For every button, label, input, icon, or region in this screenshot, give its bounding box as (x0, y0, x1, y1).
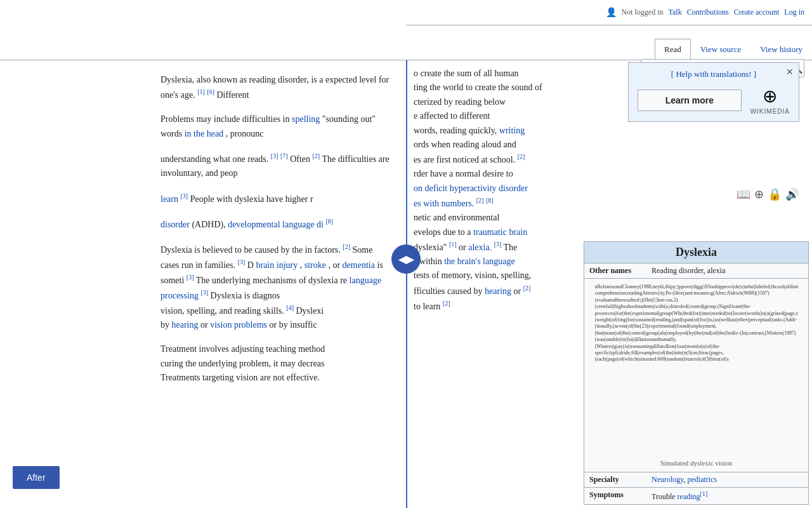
not-logged-in-text: Not logged in (622, 8, 664, 17)
infobox-other-names-row: Other names Reading disorder, alexia (584, 263, 808, 278)
learn-link[interactable]: learn (160, 194, 178, 203)
infobox-specialty-row: Specialty Neurology, pediatrics (584, 472, 808, 487)
lock-icon[interactable]: 🔒 (768, 187, 782, 201)
dementia-link[interactable]: dementia (343, 260, 375, 269)
close-banner-button[interactable]: ✕ (786, 67, 794, 77)
infobox: Dyslexia Other names Reading disorder, a… (584, 241, 809, 505)
infobox-symptoms-row: Symptoms Trouble reading[1] (584, 487, 808, 504)
help-banner: ✕ [ Help with translations! ] Learn more… (628, 62, 799, 122)
adhd-link[interactable]: on deficit hyperactivity disorder (414, 184, 528, 193)
help-banner-content: Learn more ⊕ WIKIMEDIA (638, 86, 790, 115)
writing-link[interactable]: writing (499, 126, 525, 135)
hearing-link[interactable]: hearing (172, 320, 199, 330)
symptoms-value: Trouble reading[1] (652, 490, 803, 502)
after-button[interactable]: After (13, 466, 60, 489)
top-bar: 👤 Not logged in Talk Contributions Creat… (406, 0, 812, 25)
brain-injury-link[interactable]: brain injury (256, 260, 298, 269)
divider-line (406, 60, 407, 508)
spelling-link[interactable]: spelling (292, 114, 320, 124)
para-7: Treatment involves adjusting teaching me… (160, 342, 393, 385)
brains-language-link[interactable]: the brain's language (444, 257, 514, 266)
para-2: Problems may include difficulties in spe… (160, 112, 393, 141)
learn-more-button[interactable]: Learn more (638, 90, 742, 111)
infobox-image-caption: Simulated dyslexic vision (660, 459, 733, 467)
tab-bar: Read View source View history 🔍 (0, 25, 812, 60)
infobox-image: nReloniseandClonney(1988,neyhi,thipy;)pp… (584, 278, 808, 472)
other-names-value: Reading disorder, alexia (652, 266, 803, 276)
plus-circle-icon[interactable]: ⊕ (754, 187, 764, 201)
log-in-link[interactable]: Log in (784, 8, 804, 17)
reading-link[interactable]: reading (678, 492, 700, 501)
specialty-value: Neurology, pediatrics (652, 475, 803, 485)
in-the-head-link[interactable]: in the head (185, 129, 223, 138)
numbers-link[interactable]: es with numbers. (414, 199, 474, 208)
traumatic-brain-link[interactable]: traumatic brain (473, 227, 527, 237)
create-account-link[interactable]: Create account (734, 8, 780, 17)
contributions-link[interactable]: Contributions (687, 8, 729, 17)
para-1: Dyslexia, also known as reading disorder… (160, 73, 393, 102)
left-content-pane: Dyslexia, also known as reading disorder… (0, 60, 406, 508)
help-banner-title: [ Help with translations! ] (638, 69, 790, 79)
dev-lang-link[interactable]: developmental language di (228, 219, 324, 229)
disorder-link[interactable]: disorder (160, 219, 190, 229)
other-names-label: Other names (589, 266, 646, 276)
vision-problems-link[interactable]: vision problems (210, 320, 267, 330)
stroke-link[interactable]: stroke (304, 260, 326, 269)
right-para-4: ords when reading aloud and es are first… (414, 138, 756, 211)
dyslexic-vision-image: nReloniseandClonney(1988,neyhi,thipy;)pp… (595, 284, 798, 455)
user-icon: 👤 (606, 7, 617, 18)
sound-icon[interactable]: 🔊 (785, 187, 799, 201)
nav-arrow[interactable]: ◀▶ (391, 244, 421, 274)
wikimedia-icon: ⊕ (763, 86, 777, 107)
para-5: disorder (ADHD), developmental language … (160, 217, 393, 232)
para-3: understanding what one reads. [3] [7] Of… (160, 151, 393, 180)
para-4: learn [3] People with dyslexia have high… (160, 191, 393, 206)
symptoms-label: Symptoms (589, 490, 646, 502)
alexia-link[interactable]: alexia. (468, 243, 492, 252)
talk-link[interactable]: Talk (669, 8, 682, 17)
wikimedia-logo: ⊕ WIKIMEDIA (750, 86, 790, 115)
hearing2-link[interactable]: hearing (485, 286, 511, 295)
pediatrics-link[interactable]: pediatrics (688, 475, 717, 484)
neurology-link[interactable]: Neurology (652, 475, 684, 484)
book-icon[interactable]: 📖 (737, 187, 750, 201)
para-6: Dyslexia is believed to be caused by the… (160, 242, 393, 333)
infobox-title: Dyslexia (584, 242, 808, 263)
specialty-label: Specialty (589, 475, 646, 485)
toolbar-icons: 📖 ⊕ 🔒 🔊 (737, 187, 799, 201)
wikimedia-text: WIKIMEDIA (750, 108, 790, 115)
